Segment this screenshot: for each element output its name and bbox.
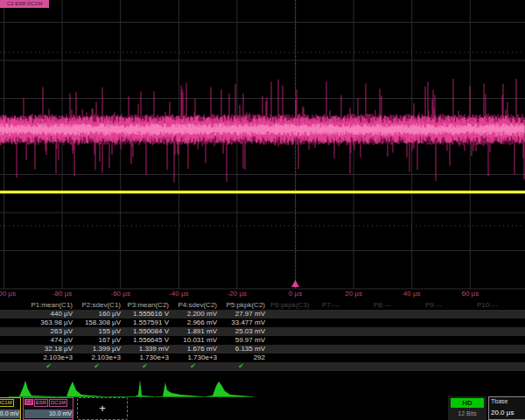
timebase-descriptor-box[interactable]: Tbase 20.0 µs — [488, 396, 525, 420]
time-tick-label: -40 µs — [169, 290, 188, 298]
histicon-shape — [206, 382, 251, 396]
param-status-ok-icon: ✔ — [73, 362, 121, 371]
param-value-p4: 1.891 mV — [169, 327, 217, 336]
c2-scale-value: 10.0 mV — [24, 410, 74, 418]
time-tick-label: -80 µs — [52, 290, 72, 298]
param-value-p3: 1.339 mV — [121, 345, 169, 354]
hd-bits-label: 12 Bits — [448, 410, 486, 416]
param-header-p3[interactable]: P3:mean(C2) — [121, 301, 169, 310]
param-value-p1: 263 µV — [24, 327, 73, 336]
param-status-ok-icon: ✔ — [169, 362, 217, 371]
histicon-p5[interactable] — [205, 378, 253, 397]
param-value-p2: 2.103e+3 — [73, 354, 121, 362]
c2-esr-badge: ESR — [34, 399, 48, 407]
param-header-p5[interactable]: P5:pkpk(C2) — [217, 301, 265, 310]
timebase-value: 20.0 µs — [491, 409, 514, 416]
param-value-p4: 1.676 mV — [169, 345, 217, 354]
param-header-p1[interactable]: P1:mean(C1) — [24, 301, 73, 310]
histicon-shape — [108, 380, 153, 396]
table-left-pad — [0, 362, 24, 371]
param-value-p5: 6.135 mV — [217, 345, 265, 354]
table-left-pad — [0, 336, 24, 345]
time-tick-label: -100 µs — [0, 290, 16, 298]
param-header-p6[interactable]: P6:pkpk(C3) — [265, 301, 317, 310]
waveform-display — [0, 0, 525, 290]
acquisition-mode-panel[interactable]: HD 12 Bits — [448, 396, 486, 420]
param-status-ok-icon: ✔ — [217, 362, 265, 371]
param-header-p4[interactable]: P4:sdev(C2) — [169, 301, 217, 310]
table-left-pad — [0, 310, 24, 318]
c1-scale-value: 50.0 mV — [0, 410, 21, 418]
param-value-p5: 59.97 mV — [217, 336, 265, 345]
param-value-p3: 1.550084 V — [121, 327, 169, 336]
timebase-label: Tbase — [491, 398, 508, 404]
param-value-p1: 363.98 µV — [24, 318, 73, 327]
param-value-p2: 167 µV — [73, 336, 121, 345]
time-tick-label: 40 µs — [403, 290, 421, 298]
oscilloscope-screen: C2 ESR DC1M -100 µs-80 µs-60 µs-40 µs-20… — [0, 0, 525, 420]
time-tick-label: 60 µs — [461, 290, 479, 298]
histicon-shape — [10, 381, 55, 396]
param-value-p3: 1.557591 V — [121, 318, 169, 327]
hd-mode-badge: HD — [451, 398, 484, 408]
param-status-ok-icon: ✔ — [121, 362, 169, 371]
time-tick-label: 0 µs — [289, 290, 302, 298]
param-value-p5: 27.97 mV — [217, 310, 265, 318]
c1-descriptor-box[interactable]: C1DC1M 50.0 mV — [0, 397, 21, 420]
param-header-p9[interactable]: P9:--- — [420, 301, 472, 310]
param-value-p2: 158.308 µV — [73, 318, 121, 327]
table-left-pad — [0, 354, 24, 362]
plus-icon: + — [99, 402, 106, 415]
param-header-p7[interactable]: P7:--- — [317, 301, 368, 310]
param-status-ok-icon: ✔ — [24, 362, 73, 371]
c1-coupling-badge: DC1M — [0, 399, 14, 407]
histicon-shape — [59, 382, 104, 396]
histicon-shape — [157, 382, 202, 396]
param-value-p1: 32.18 µV — [24, 345, 73, 354]
param-header-p2[interactable]: P2:sdev(C1) — [73, 301, 121, 310]
param-value-p1: 440 µV — [24, 310, 73, 318]
param-value-p5: 33.477 mV — [217, 318, 265, 327]
param-value-p4: 2.966 mV — [169, 318, 217, 327]
param-value-p4: 10.031 mV — [169, 336, 217, 345]
param-value-p3: 1.730e+3 — [121, 354, 169, 362]
histicon-p4[interactable] — [156, 378, 204, 397]
histicon-p1[interactable] — [9, 378, 57, 397]
param-value-p5: 292 — [217, 354, 265, 362]
param-value-p3: 1.555616 V — [121, 310, 169, 318]
param-value-p4: 1.730e+3 — [169, 354, 217, 362]
param-header-p10[interactable]: P10:--- — [472, 301, 523, 310]
table-left-pad — [0, 345, 24, 354]
param-value-p2: 1.399 µV — [73, 345, 121, 354]
time-tick-label: 20 µs — [345, 290, 362, 298]
c2-descriptor-box[interactable]: C2ESRDC1M 10.0 mV — [23, 397, 74, 420]
param-value-p4: 2.200 mV — [169, 310, 217, 318]
histicon-p3[interactable] — [107, 378, 155, 397]
time-tick-label: -60 µs — [110, 290, 130, 298]
table-left-pad — [0, 301, 24, 310]
c2-waveform-trace — [0, 79, 524, 183]
trigger-time-marker-icon[interactable] — [291, 280, 299, 287]
c2-trace-label[interactable]: C2 ESR DC1M — [0, 0, 49, 8]
histicon-p2[interactable] — [58, 378, 106, 397]
param-value-p2: 155 µV — [73, 327, 121, 336]
param-value-p5: 25.03 mV — [217, 327, 265, 336]
c2-channel-badge: C2 — [24, 399, 33, 405]
param-value-p3: 1.556645 V — [121, 336, 169, 345]
table-left-pad — [0, 327, 24, 336]
time-tick-label: -20 µs — [228, 290, 247, 298]
param-value-p2: 160 µV — [73, 310, 121, 318]
param-header-p8[interactable]: P8:--- — [368, 301, 420, 310]
measure-table: P1:mean(C1)P2:sdev(C1)P3:mean(C2)P4:sdev… — [0, 301, 525, 371]
add-new-trace-button[interactable]: + — [77, 397, 128, 420]
table-left-pad — [0, 318, 24, 327]
param-value-p1: 2.103e+3 — [24, 354, 73, 362]
param-value-p1: 474 µV — [24, 336, 73, 345]
c2-coupling-badge: DC1M — [49, 399, 67, 407]
